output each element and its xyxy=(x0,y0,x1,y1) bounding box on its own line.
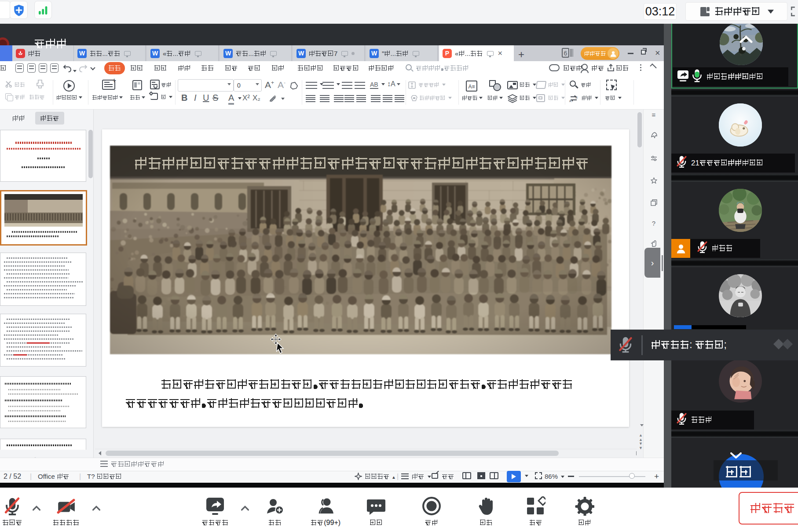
svg-text:B: B xyxy=(575,96,578,99)
svg-text:A: A xyxy=(569,99,571,103)
